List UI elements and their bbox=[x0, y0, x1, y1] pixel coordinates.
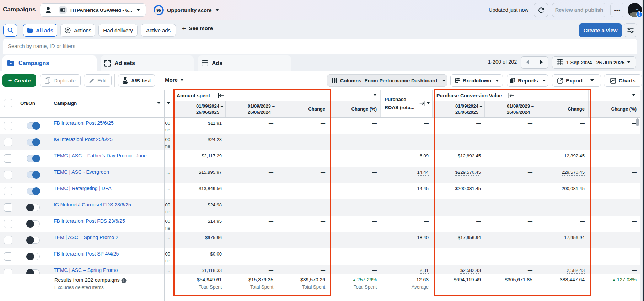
svg-text:95: 95 bbox=[156, 8, 161, 12]
